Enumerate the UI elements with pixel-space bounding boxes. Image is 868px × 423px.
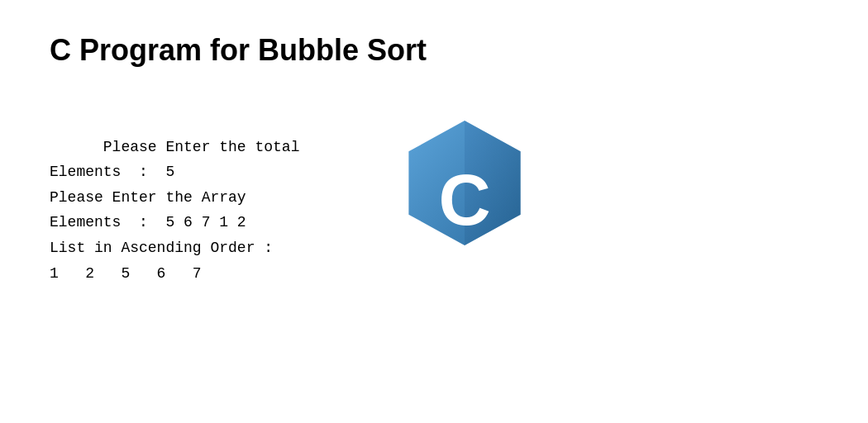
output-line4: Elements : 5 6 7 1 2 [50,214,246,231]
output-line2: Elements : 5 [50,164,174,180]
page-container: C Program for Bubble Sort Please Enter t… [0,0,868,423]
page-title: C Program for Bubble Sort [50,33,818,68]
c-letter: C [439,159,491,240]
terminal-output: Please Enter the total Elements : 5 Plea… [50,109,299,311]
output-line5: List in Ascending Order : [50,240,273,256]
output-line6: 1 2 5 6 7 [50,265,202,282]
content-area: Please Enter the total Elements : 5 Plea… [50,109,818,311]
c-logo: C [398,117,531,250]
output-line1: Please Enter the total [103,139,300,155]
output-line3: Please Enter the Array [50,189,246,206]
